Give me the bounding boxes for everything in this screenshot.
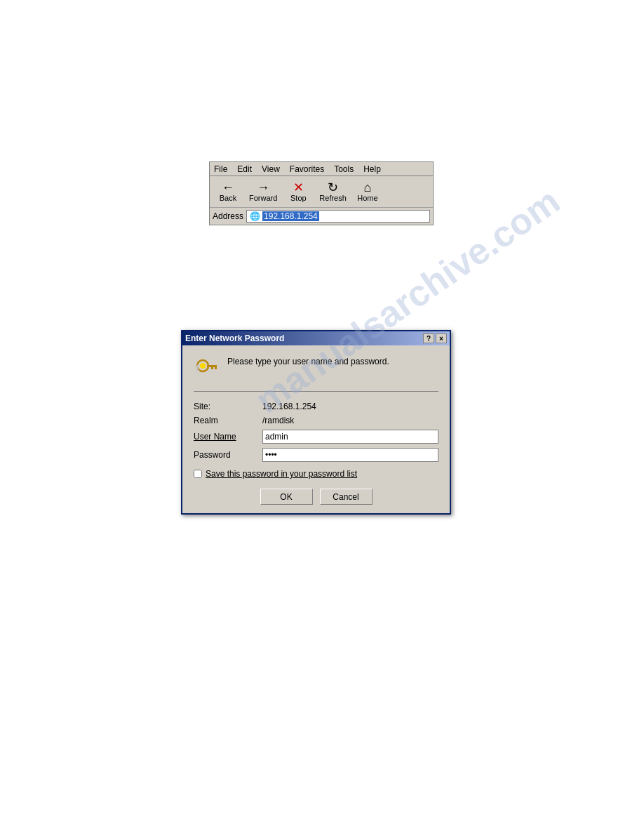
dialog-help-button[interactable]: ? — [423, 333, 434, 343]
site-value: 192.168.1.254 — [262, 402, 438, 411]
password-label: Password — [194, 450, 257, 460]
svg-rect-4 — [215, 367, 217, 369]
dialog-header-text: Please type your user name and password. — [227, 354, 389, 366]
dialog-titlebar: Enter Network Password ? × — [182, 331, 450, 345]
cancel-button[interactable]: Cancel — [320, 489, 373, 505]
home-icon: ⌂ — [363, 181, 371, 194]
dialog-header-row: Please type your user name and password. — [194, 354, 438, 392]
forward-icon: → — [257, 181, 269, 194]
dialog-title: Enter Network Password — [185, 333, 284, 343]
ie-menubar: File Edit View Favorites Tools Help — [210, 162, 433, 176]
dialog-title-buttons: ? × — [423, 333, 447, 343]
stop-label: Stop — [290, 194, 307, 202]
username-input[interactable] — [262, 430, 438, 444]
menu-view[interactable]: View — [262, 164, 280, 174]
forward-button[interactable]: → Forward — [245, 179, 281, 204]
dialog-fields: Site: 192.168.1.254 Realm /ramdisk User … — [194, 402, 438, 462]
dialog-close-button[interactable]: × — [436, 333, 447, 343]
dialog-buttons: OK Cancel — [194, 489, 438, 505]
stop-button[interactable]: ✕ Stop — [283, 179, 314, 204]
realm-value: /ramdisk — [262, 416, 438, 425]
menu-tools[interactable]: Tools — [334, 164, 354, 174]
menu-file[interactable]: File — [214, 164, 227, 174]
key-icon — [194, 355, 219, 384]
save-password-label: Save this password in your password list — [206, 469, 357, 479]
address-label: Address — [213, 211, 243, 221]
username-label: User Name — [194, 432, 257, 442]
refresh-button[interactable]: ↻ Refresh — [315, 179, 351, 204]
network-password-dialog: Enter Network Password ? × — [181, 330, 451, 515]
dialog-body: Please type your user name and password.… — [182, 345, 450, 513]
realm-label: Realm — [194, 416, 257, 425]
forward-label: Forward — [249, 194, 277, 202]
menu-favorites[interactable]: Favorites — [290, 164, 324, 174]
address-input-container[interactable]: 🌐 192.168.1.254 — [246, 210, 430, 223]
save-password-checkbox[interactable] — [194, 470, 202, 478]
svg-rect-3 — [211, 367, 213, 369]
home-label: Home — [357, 194, 377, 202]
ok-button[interactable]: OK — [260, 489, 313, 505]
ie-buttons-row: ← Back → Forward ✕ Stop ↻ Refresh ⌂ Home — [210, 176, 433, 208]
menu-edit[interactable]: Edit — [237, 164, 252, 174]
site-label: Site: — [194, 402, 257, 411]
svg-point-1 — [200, 363, 206, 369]
address-text: 192.168.1.254 — [262, 211, 319, 221]
back-icon: ← — [222, 181, 234, 194]
address-page-icon: 🌐 — [250, 211, 260, 221]
password-input[interactable] — [262, 448, 438, 462]
stop-icon: ✕ — [293, 181, 304, 194]
save-password-row: Save this password in your password list — [194, 469, 438, 479]
ie-address-bar: Address 🌐 192.168.1.254 — [210, 208, 433, 225]
home-button[interactable]: ⌂ Home — [352, 179, 383, 204]
svg-rect-2 — [207, 365, 217, 367]
back-button[interactable]: ← Back — [213, 179, 243, 204]
back-label: Back — [220, 194, 236, 202]
refresh-label: Refresh — [319, 194, 347, 202]
ie-toolbar: File Edit View Favorites Tools Help ← Ba… — [209, 161, 434, 225]
refresh-icon: ↻ — [328, 181, 338, 194]
menu-help[interactable]: Help — [363, 164, 381, 174]
